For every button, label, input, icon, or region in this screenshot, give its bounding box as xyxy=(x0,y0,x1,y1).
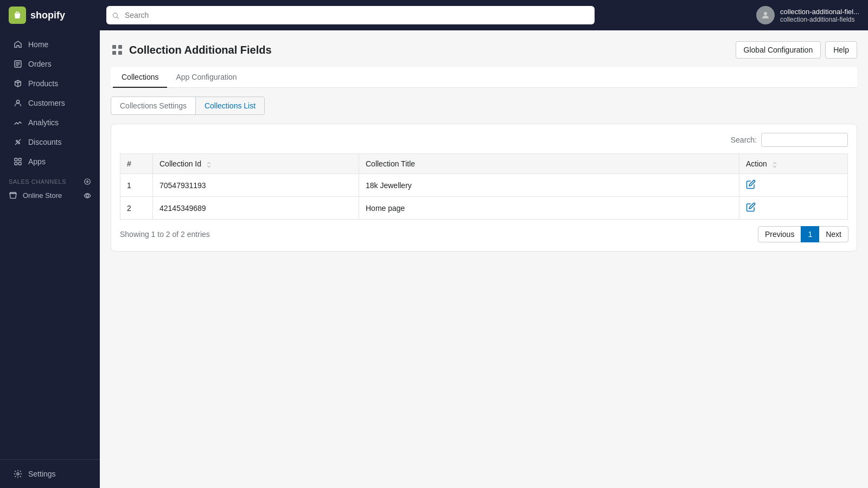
page-1-button[interactable]: 1 xyxy=(801,226,819,242)
tab-collections[interactable]: Collections xyxy=(113,67,167,88)
shopify-bag-icon xyxy=(9,7,26,24)
apps-icon xyxy=(13,157,23,166)
svg-rect-14 xyxy=(118,45,122,49)
next-button[interactable]: Next xyxy=(819,226,848,242)
row-action xyxy=(739,197,848,220)
avatar xyxy=(756,6,775,24)
sub-tab-collections-list[interactable]: Collections List xyxy=(195,97,265,115)
home-icon xyxy=(13,40,23,49)
sidebar-item-label: Apps xyxy=(28,157,46,166)
sidebar-item-label: Discounts xyxy=(28,138,61,146)
sidebar-bottom: Settings xyxy=(0,459,100,484)
user-info: collection-additional-fiel... collection… xyxy=(780,8,859,23)
action-sort-icon xyxy=(771,160,778,168)
row-id: 70547931193 xyxy=(153,174,359,197)
col-header-collection-title: Collection Title xyxy=(359,154,739,174)
layout: Home Orders Products xyxy=(0,30,868,488)
svg-rect-6 xyxy=(15,158,17,161)
sidebar-item-settings[interactable]: Settings xyxy=(4,465,95,483)
sidebar-item-discounts[interactable]: Discounts xyxy=(4,133,95,151)
sub-tabs: Collections Settings Collections List xyxy=(111,97,857,115)
help-button[interactable]: Help xyxy=(825,41,857,59)
sidebar-item-label: Orders xyxy=(28,60,52,68)
row-num: 1 xyxy=(120,174,153,197)
main-tabs: Collections App Configuration xyxy=(111,67,857,88)
edit-button[interactable] xyxy=(746,202,756,212)
main-content: Collection Additional Fields Global Conf… xyxy=(100,30,868,488)
sidebar-item-online-store[interactable]: Online Store xyxy=(0,188,100,203)
sidebar-item-label: Home xyxy=(28,40,48,49)
sidebar-item-orders[interactable]: Orders xyxy=(4,55,95,73)
sidebar-item-label: Customers xyxy=(28,99,65,107)
col-header-action: Action xyxy=(739,154,848,174)
row-num: 2 xyxy=(120,197,153,220)
svg-rect-15 xyxy=(112,51,116,55)
svg-rect-8 xyxy=(15,162,17,165)
edit-button[interactable] xyxy=(746,179,756,189)
col-header-collection-id[interactable]: Collection Id xyxy=(153,154,359,174)
pagination-info: Showing 1 to 2 of 2 entries xyxy=(120,230,210,239)
logo[interactable]: shopify xyxy=(9,7,106,24)
search-icon xyxy=(112,11,119,20)
logo-text: shopify xyxy=(30,10,65,21)
table-card: Search: # Collection Id xyxy=(111,124,857,252)
svg-point-1 xyxy=(764,12,767,15)
store-icon xyxy=(9,191,17,200)
add-sales-channel-icon[interactable] xyxy=(84,178,91,185)
search-label: Search: xyxy=(731,136,757,144)
analytics-icon xyxy=(13,118,23,127)
col-header-hash: # xyxy=(120,154,153,174)
search-bar[interactable] xyxy=(106,6,595,24)
svg-point-5 xyxy=(18,143,20,144)
table-row: 1 70547931193 18k Jewellery xyxy=(120,174,848,197)
prev-button[interactable]: Previous xyxy=(758,226,801,242)
page-header: Collection Additional Fields Global Conf… xyxy=(111,41,857,59)
svg-rect-13 xyxy=(112,45,116,49)
global-config-button[interactable]: Global Configuration xyxy=(736,41,821,59)
products-icon xyxy=(13,79,23,88)
svg-point-3 xyxy=(16,100,19,103)
store-sub: collection-additional-fields xyxy=(780,16,859,23)
discounts-icon xyxy=(13,137,23,147)
svg-rect-7 xyxy=(18,158,21,161)
table-search: Search: xyxy=(120,133,848,147)
table-row: 2 42145349689 Home page xyxy=(120,197,848,220)
customers-icon xyxy=(13,98,23,108)
store-name: collection-additional-fiel... xyxy=(780,8,859,16)
svg-point-4 xyxy=(16,140,18,142)
sidebar-item-products[interactable]: Products xyxy=(4,74,95,93)
pagination: Showing 1 to 2 of 2 entries Previous 1 N… xyxy=(120,226,848,242)
sidebar-item-home[interactable]: Home xyxy=(4,35,95,54)
tab-app-configuration[interactable]: App Configuration xyxy=(167,67,245,88)
search-input[interactable] xyxy=(106,6,595,24)
page-header-actions: Global Configuration Help xyxy=(736,41,857,59)
sidebar-item-label: Products xyxy=(28,79,58,88)
row-action xyxy=(739,174,848,197)
topbar: shopify collection-additional-fiel... co… xyxy=(0,0,868,30)
sub-tab-collections-settings[interactable]: Collections Settings xyxy=(111,97,196,115)
orders-icon xyxy=(13,59,23,69)
page-title-wrap: Collection Additional Fields xyxy=(111,43,272,56)
page-title: Collection Additional Fields xyxy=(129,44,272,56)
row-id: 42145349689 xyxy=(153,197,359,220)
sidebar-item-customers[interactable]: Customers xyxy=(4,94,95,112)
sidebar-item-label: Settings xyxy=(28,470,56,478)
online-store-label: Online Store xyxy=(23,191,62,200)
settings-icon xyxy=(13,469,23,479)
svg-point-11 xyxy=(86,195,89,197)
online-store-visibility-icon[interactable] xyxy=(84,191,91,200)
row-title: 18k Jewellery xyxy=(359,174,739,197)
row-title: Home page xyxy=(359,197,739,220)
sales-channels-label: SALES CHANNELS xyxy=(0,171,100,188)
pagination-controls: Previous 1 Next xyxy=(758,226,848,242)
sidebar-item-apps[interactable]: Apps xyxy=(4,152,95,171)
user-menu[interactable]: collection-additional-fiel... collection… xyxy=(756,6,859,24)
svg-rect-16 xyxy=(118,51,122,55)
sort-icon xyxy=(206,160,212,168)
svg-point-12 xyxy=(17,473,19,475)
sidebar-item-label: Analytics xyxy=(28,118,59,127)
table-search-input[interactable] xyxy=(761,133,848,147)
app-grid-icon xyxy=(111,43,124,56)
sidebar-item-analytics[interactable]: Analytics xyxy=(4,113,95,132)
svg-rect-9 xyxy=(18,162,21,165)
